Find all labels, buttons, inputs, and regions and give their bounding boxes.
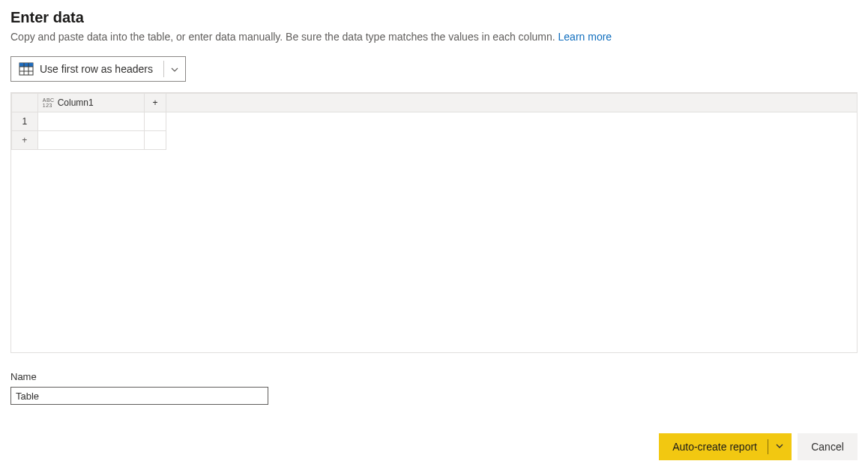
use-first-row-as-headers-label: Use first row as headers xyxy=(34,63,160,75)
row-header-1[interactable]: 1 xyxy=(12,112,38,131)
page-subtitle: Copy and paste data into the table, or e… xyxy=(10,31,858,43)
auto-create-report-split-button: Auto-create report xyxy=(659,433,792,460)
corner-cell xyxy=(12,94,38,112)
cancel-button[interactable]: Cancel xyxy=(798,433,858,460)
page-title: Enter data xyxy=(10,9,858,26)
cell-r1-c1[interactable] xyxy=(37,112,144,131)
add-column-button[interactable]: + xyxy=(145,94,166,112)
subtitle-text: Copy and paste data into the table, or e… xyxy=(10,31,558,43)
chevron-down-icon[interactable] xyxy=(170,64,179,73)
data-entry-grid: ABC 123 Column1 + 1 + xyxy=(10,92,858,353)
cell-r1-addcol xyxy=(145,112,166,131)
auto-create-report-dropdown[interactable] xyxy=(768,433,792,460)
auto-create-report-button[interactable]: Auto-create report xyxy=(659,433,768,460)
column-header-1[interactable]: ABC 123 Column1 xyxy=(37,94,144,112)
add-row-button[interactable]: + xyxy=(12,131,38,150)
header-filler xyxy=(166,94,857,112)
learn-more-link[interactable]: Learn more xyxy=(558,31,612,43)
column-header-1-label: Column1 xyxy=(58,97,94,108)
chevron-down-icon xyxy=(775,442,784,453)
svg-rect-1 xyxy=(19,63,33,67)
name-input[interactable] xyxy=(10,387,268,405)
table-icon xyxy=(19,62,34,76)
use-first-row-as-headers-button[interactable]: Use first row as headers xyxy=(10,56,186,82)
cell-addrow-c1 xyxy=(37,131,144,150)
dialog-footer: Auto-create report Cancel xyxy=(10,433,858,460)
cell-addrow-addcol xyxy=(145,131,166,150)
toolbar-divider xyxy=(163,61,164,77)
name-label: Name xyxy=(10,371,858,382)
data-type-icon: ABC 123 xyxy=(43,97,55,108)
